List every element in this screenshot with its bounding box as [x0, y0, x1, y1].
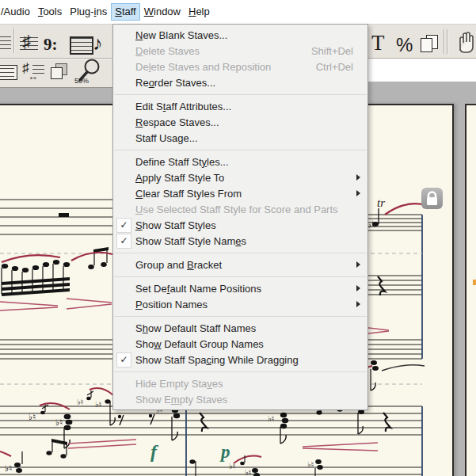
next-page-marker [473, 280, 476, 285]
menu-item-show-staff-style-names[interactable]: ✓Show Staff Style Names [113, 233, 367, 249]
shortcut-label: Shift+Del [311, 45, 358, 57]
note-mover-tool-icon[interactable]: ♯ ↔ [22, 60, 46, 84]
menu-separator [114, 316, 367, 317]
menu-item-reorder-staves[interactable]: Reorder Staves... [113, 74, 367, 90]
menu-item-apply-staff-style-to[interactable]: Apply Staff Style To [113, 169, 367, 185]
dynamic-piano: p [219, 442, 230, 462]
menu-item-show-empty-staves[interactable]: Show Empty Staves [113, 391, 367, 407]
trill-marking: tr [377, 196, 385, 209]
next-page-edge[interactable] [465, 104, 476, 476]
menubar-item-midi-audio[interactable]: /Audio [0, 3, 34, 21]
svg-text:♭♮: ♭♮ [5, 463, 12, 473]
staff-tool-icon[interactable] [0, 36, 11, 51]
resize-tool-icon[interactable]: % [396, 34, 413, 56]
menubar-item-window[interactable]: Window [140, 3, 185, 21]
menu-item-show-staff-spacing-while-dragging[interactable]: ✓Show Staff Spacing While Dragging [113, 352, 367, 367]
menu-item-delete-staves[interactable]: Delete StavesShift+Del [113, 43, 367, 59]
svg-text:♭♮: ♭♮ [55, 417, 63, 427]
menubar-item-staff[interactable]: Staff [111, 3, 140, 21]
svg-text:♭♮: ♭♮ [268, 414, 274, 423]
menu-item-edit-staff-attributes[interactable]: Edit Staff Attributes... [113, 98, 367, 114]
menu-separator [114, 276, 367, 277]
lock-icon [421, 188, 443, 209]
menu-item-new-blank-staves[interactable]: New Blank Staves... [113, 27, 367, 43]
menu-item-respace-staves[interactable]: Respace Staves... [113, 114, 367, 130]
submenu-arrow-icon [356, 174, 360, 181]
menu-item-show-default-group-names[interactable]: Show Default Group Names [113, 336, 367, 352]
menu-item-show-default-staff-names[interactable]: Show Default Staff Names [113, 320, 367, 336]
menu-item-define-staff-styles[interactable]: Define Staff Styles... [113, 154, 367, 169]
staff-menu-dropdown: New Blank Staves...Delete StavesShift+De… [112, 24, 368, 410]
submenu-arrow-icon [356, 261, 360, 268]
hairpins-left [0, 299, 112, 310]
hairpin-crescendo-right [303, 443, 378, 451]
key-signature-tool-icon[interactable]: ♯ [18, 32, 40, 54]
menu-item-group-and-bracket[interactable]: Group and Bracket [113, 257, 367, 272]
menu-item-use-selected-staff-style[interactable]: Use Selected Staff Style for Score and P… [113, 201, 367, 217]
hand-grabber-tool-icon[interactable] [457, 30, 476, 57]
menu-item-delete-staves-and-reposition[interactable]: Delete Staves and RepositionCtrl+Del [113, 59, 367, 74]
svg-text:♭♮: ♭♮ [245, 468, 251, 476]
menu-item-position-names[interactable]: Position Names [113, 296, 367, 312]
svg-text:♭♮: ♭♮ [95, 400, 101, 409]
menubar-item-plug-ins[interactable]: Plug-ins [66, 3, 111, 21]
checkmark-icon: ✓ [116, 352, 131, 367]
toolbar-separator [447, 29, 448, 54]
clef-tool-icon[interactable]: 9: [44, 35, 58, 55]
scroll-view-tool-icon[interactable] [0, 65, 17, 80]
menu-separator [114, 253, 367, 253]
text-tool-icon[interactable]: T [371, 31, 385, 55]
menu-separator [114, 150, 367, 150]
submenu-arrow-icon [356, 285, 360, 291]
zoom-tool-icon[interactable]: 50% [74, 58, 104, 89]
page-layout-tool-icon[interactable] [421, 35, 440, 53]
menu-item-show-staff-styles[interactable]: ✓Show Staff Styles [113, 217, 367, 233]
menubar-item-help[interactable]: Help [185, 3, 214, 21]
menu-item-set-default-name-positions[interactable]: Set Default Name Positions [113, 280, 367, 296]
svg-text:♭♮: ♭♮ [77, 398, 83, 406]
finale-app-window: { "menubar": { "items": [ {"id":"midi-au… [0, 0, 476, 476]
svg-text:♭♮: ♭♮ [307, 460, 314, 469]
checkmark-icon: ✓ [116, 218, 131, 233]
menu-item-staff-usage[interactable]: Staff Usage... [113, 130, 367, 146]
svg-text:♭♮: ♭♮ [29, 412, 36, 421]
dynamic-forte: f [150, 441, 158, 462]
submenu-arrow-icon [356, 190, 360, 196]
menu-item-clear-staff-styles-from[interactable]: Clear Staff Styles From [113, 185, 367, 201]
toolbar-separator [13, 29, 15, 53]
menubar: /AudioToolsPlug-insStaffWindowHelp [0, 0, 476, 25]
selection-tool-icon[interactable] [51, 63, 68, 80]
measure-tool-icon[interactable] [70, 36, 93, 55]
menu-item-hide-empty-staves[interactable]: Hide Empty Staves [113, 375, 367, 391]
zoom-level-label: 50% [74, 77, 89, 85]
menu-separator [114, 371, 367, 372]
toolbar-separator [444, 29, 445, 54]
message-bar [368, 59, 476, 82]
shortcut-label: Ctrl+Del [316, 61, 358, 73]
note-entry-tool-icon[interactable]: ♪ [93, 32, 103, 55]
hairpin-crescendo-left [68, 440, 136, 448]
slur-trill [385, 204, 426, 215]
menu-separator [114, 94, 367, 95]
svg-text:♭♮: ♭♮ [229, 462, 235, 470]
menubar-item-tools[interactable]: Tools [34, 3, 66, 21]
submenu-arrow-icon [356, 301, 360, 307]
checkmark-icon: ✓ [116, 234, 131, 249]
